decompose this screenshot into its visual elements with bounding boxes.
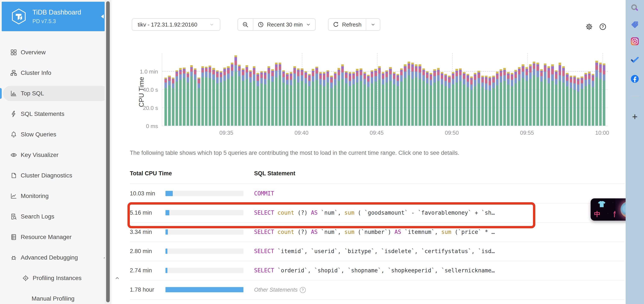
sql-token: (`price` * … bbox=[452, 229, 495, 235]
chart-bar-segment-purple bbox=[492, 77, 495, 79]
sidebar-item-label: Top SQL bbox=[21, 90, 44, 97]
sidebar-collapse-icon[interactable] bbox=[101, 14, 104, 19]
sidebar-item-cluster-info[interactable]: Cluster Info bbox=[0, 65, 115, 81]
settings-button[interactable] bbox=[586, 23, 593, 30]
sidebar-item-cluster-diagnostics[interactable]: Cluster Diagnostics bbox=[0, 168, 115, 183]
chart-bar-segment-purple bbox=[227, 68, 230, 70]
table-row[interactable]: 2.80 minSELECT `itemid`, `userid`, `bizt… bbox=[130, 242, 625, 261]
sql-token: (?) bbox=[294, 209, 311, 216]
refresh-button[interactable]: Refresh bbox=[328, 19, 366, 30]
refresh-dropdown-button[interactable] bbox=[366, 19, 380, 30]
chart-bar-segment-yellow bbox=[415, 64, 418, 66]
chart-bar-segment-pink bbox=[186, 74, 189, 77]
chart-bar-segment-green bbox=[415, 77, 418, 126]
chart-bar-segment-yellow bbox=[408, 62, 410, 64]
chart-bar-segment-blue bbox=[179, 74, 182, 80]
chart-bar-segment-green bbox=[216, 83, 219, 126]
chart-bar-segment-blue bbox=[430, 80, 432, 85]
chart-bar-segment-pink bbox=[444, 77, 447, 81]
instagram-icon[interactable] bbox=[630, 37, 639, 46]
chart-bar-segment-purple bbox=[441, 74, 443, 76]
chart-bar-segment-blue bbox=[573, 83, 576, 90]
scrollbar-thumb[interactable] bbox=[106, 1, 110, 302]
chart-bar-segment-purple bbox=[260, 73, 263, 74]
search-icon[interactable] bbox=[630, 4, 639, 13]
chart-bar-segment-green bbox=[426, 83, 428, 126]
chart-bar-segment-blue bbox=[334, 79, 336, 85]
chart-bar-segment-blue bbox=[246, 73, 248, 79]
chart-bar-segment-green bbox=[227, 79, 230, 126]
doc-search-icon bbox=[10, 213, 17, 220]
chart-bar-segment-pink bbox=[360, 72, 362, 75]
cpu-time-chart[interactable] bbox=[162, 53, 608, 126]
sidebar-item-overview[interactable]: Overview bbox=[0, 45, 115, 60]
help-icon[interactable]: ? bbox=[300, 287, 306, 293]
chart-bar-segment-pink bbox=[334, 75, 336, 79]
chart-bar bbox=[249, 70, 252, 126]
chart-bar-segment-purple bbox=[268, 68, 270, 70]
help-button[interactable]: ? bbox=[599, 23, 606, 30]
sidebar-item-search-logs[interactable]: Search Logs bbox=[0, 209, 115, 224]
todo-check-icon[interactable] bbox=[630, 55, 639, 64]
chart-bar bbox=[294, 66, 296, 126]
chart-bar bbox=[437, 68, 440, 126]
chart-bar bbox=[304, 71, 307, 126]
sidebar-item-monitoring[interactable]: Monitoring bbox=[0, 188, 115, 204]
chart-bar bbox=[400, 68, 403, 126]
chart-bar bbox=[573, 76, 576, 126]
chart-bar bbox=[264, 71, 266, 126]
table-row[interactable]: 1.78 hourOther Statements? bbox=[130, 280, 625, 300]
sidebar-item-key-visualizer[interactable]: Key Visualizer bbox=[0, 147, 115, 163]
chart-bar-segment-green bbox=[275, 77, 278, 126]
instance-select[interactable]: tikv - 172.31.1.92:20160 bbox=[132, 18, 220, 31]
sidebar-item-sql-statements[interactable]: SQL Statements bbox=[0, 106, 115, 122]
shopping-tag-icon[interactable] bbox=[630, 20, 639, 29]
chart-bar-segment-yellow bbox=[389, 67, 392, 69]
time-range-select[interactable]: Recent 30 min bbox=[253, 19, 315, 30]
chart-bar-segment-yellow bbox=[522, 64, 524, 66]
sidebar-scrollbar[interactable] bbox=[105, 0, 112, 304]
sidebar-item-manual-profiling[interactable]: Manual Profiling bbox=[0, 291, 136, 304]
chart-bar-segment-pink bbox=[456, 73, 458, 76]
table-row[interactable]: 2.74 minSELECT `orderid`, `shopid`, `sho… bbox=[130, 261, 625, 280]
chart-bar-segment-yellow bbox=[456, 69, 458, 71]
chart-bar-segment-yellow bbox=[268, 66, 270, 68]
sql-token: SELECT bbox=[254, 248, 274, 254]
chart-bar-segment-blue bbox=[551, 74, 554, 81]
table-row[interactable]: 3.34 minSELECT count (?) AS `num`, sum (… bbox=[130, 222, 625, 242]
plus-icon[interactable]: + bbox=[632, 112, 638, 121]
chart-bar bbox=[396, 74, 399, 126]
chart-bar-segment-green bbox=[194, 80, 196, 126]
table-row-highlighted[interactable]: 5.16 minSELECT count (?) AS `num`, sum (… bbox=[130, 203, 625, 223]
zoom-out-button[interactable] bbox=[238, 19, 253, 30]
chart-bar-segment-yellow bbox=[588, 72, 590, 74]
chart-bar-segment-blue bbox=[577, 85, 580, 92]
chart-bar-segment-blue bbox=[485, 83, 488, 90]
sql-token: count bbox=[278, 209, 294, 216]
chart-bar-segment-blue bbox=[463, 79, 465, 85]
sql-token: `num`, bbox=[318, 209, 344, 216]
chart-bar bbox=[466, 74, 469, 126]
chart-bar bbox=[212, 68, 215, 126]
sidebar-item-top-sql[interactable]: Top SQL bbox=[0, 86, 115, 101]
chart-bar-segment-purple bbox=[220, 73, 222, 74]
chart-bar-segment-yellow bbox=[356, 69, 358, 71]
chart-bar bbox=[286, 73, 288, 126]
chart-bar-segment-blue bbox=[536, 71, 539, 77]
chart-bar-segment-blue bbox=[352, 79, 355, 85]
eye-icon bbox=[10, 152, 17, 158]
chart-bar bbox=[599, 63, 602, 126]
chart-bar-segment-blue bbox=[459, 75, 462, 81]
sidebar-item-slow-queries[interactable]: Slow Queries bbox=[0, 127, 115, 142]
chart-bar-segment-pink bbox=[378, 70, 381, 74]
chart-bar-segment-pink bbox=[592, 77, 594, 81]
sidebar: TiDB Dashboard PD v7.5.3 OverviewCluster… bbox=[0, 0, 105, 304]
sidebar-item-resource-manager[interactable]: Resource Manager bbox=[0, 229, 115, 245]
chart-bar-segment-purple bbox=[588, 74, 590, 76]
facebook-icon[interactable] bbox=[630, 74, 639, 83]
cpu-time-bar-fill bbox=[166, 287, 244, 292]
chart-bar-segment-pink bbox=[570, 79, 572, 83]
sidebar-item-advanced-debugging[interactable]: Advanced Debugging bbox=[0, 250, 115, 265]
table-row[interactable]: 10.03 minCOMMIT bbox=[130, 184, 625, 203]
chart-bar-segment-green bbox=[271, 82, 274, 126]
